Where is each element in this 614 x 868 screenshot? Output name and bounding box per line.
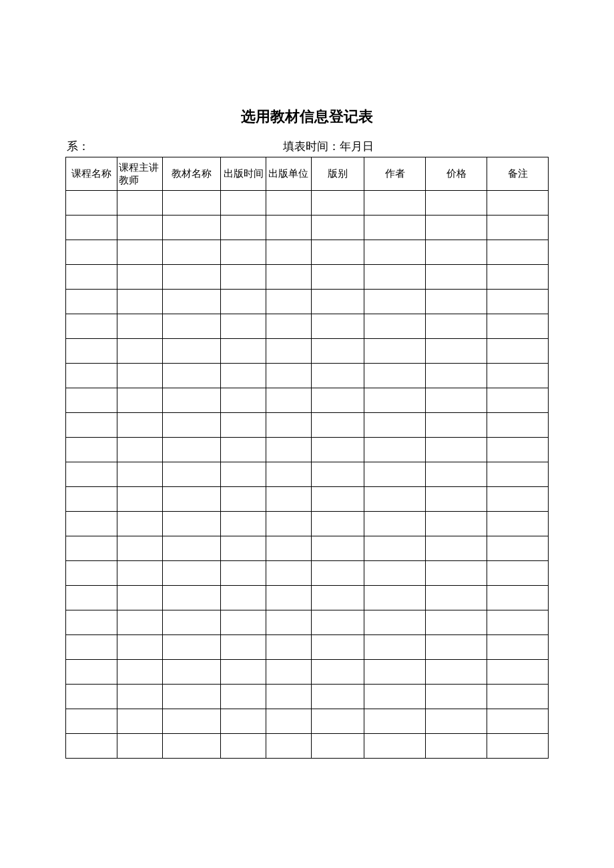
table-cell <box>266 290 312 314</box>
table-cell <box>66 660 117 685</box>
table-cell <box>66 734 117 759</box>
table-cell <box>117 240 163 265</box>
table-cell <box>66 290 117 314</box>
table-cell <box>311 240 364 265</box>
table-cell <box>163 388 221 413</box>
table-cell <box>487 438 549 462</box>
table-cell <box>487 339 549 364</box>
table-cell <box>221 462 266 487</box>
table-cell <box>66 561 117 586</box>
table-cell <box>311 734 364 759</box>
table-cell <box>364 709 426 734</box>
table-cell <box>117 339 163 364</box>
table-cell <box>163 610 221 635</box>
table-cell <box>266 685 312 709</box>
table-cell <box>311 462 364 487</box>
table-cell <box>364 191 426 215</box>
table-cell <box>364 364 426 388</box>
table-cell <box>266 413 312 438</box>
table-row <box>66 388 549 413</box>
table-cell <box>117 512 163 536</box>
table-cell <box>487 462 549 487</box>
table-cell <box>311 685 364 709</box>
table-cell <box>266 635 312 660</box>
table-cell <box>266 240 312 265</box>
table-row <box>66 413 549 438</box>
table-row <box>66 487 549 512</box>
meta-row: 系： 填表时间：年月日 <box>65 139 549 154</box>
table-cell <box>266 734 312 759</box>
table-cell <box>364 512 426 536</box>
table-cell <box>117 561 163 586</box>
table-cell <box>266 388 312 413</box>
table-row <box>66 635 549 660</box>
table-cell <box>66 364 117 388</box>
table-cell <box>163 364 221 388</box>
table-cell <box>221 709 266 734</box>
page-title: 选用教材信息登记表 <box>65 107 549 127</box>
col-pub-date: 出版时间 <box>221 157 266 191</box>
table-cell <box>487 512 549 536</box>
table-cell <box>364 413 426 438</box>
table-cell <box>487 610 549 635</box>
table-cell <box>266 610 312 635</box>
table-cell <box>163 265 221 290</box>
table-cell <box>117 635 163 660</box>
table-cell <box>117 487 163 512</box>
table-cell <box>311 487 364 512</box>
table-cell <box>311 709 364 734</box>
table-cell <box>426 339 487 364</box>
table-cell <box>66 536 117 561</box>
table-cell <box>487 685 549 709</box>
table-cell <box>266 215 312 240</box>
table-cell <box>487 191 549 215</box>
table-cell <box>163 561 221 586</box>
table-cell <box>221 290 266 314</box>
col-remarks: 备注 <box>487 157 549 191</box>
table-cell <box>163 191 221 215</box>
col-edition: 版别 <box>311 157 364 191</box>
table-row <box>66 191 549 215</box>
table-cell <box>221 191 266 215</box>
table-cell <box>426 635 487 660</box>
table-cell <box>364 462 426 487</box>
table-cell <box>66 586 117 610</box>
textbook-table: 课程名称 课程主讲教师 教材名称 出版时间 出版单位 版别 作者 价格 备注 <box>65 157 549 759</box>
table-row <box>66 364 549 388</box>
table-header-row: 课程名称 课程主讲教师 教材名称 出版时间 出版单位 版别 作者 价格 备注 <box>66 157 549 191</box>
table-cell <box>266 265 312 290</box>
table-cell <box>487 709 549 734</box>
table-cell <box>266 364 312 388</box>
table-cell <box>426 709 487 734</box>
table-cell <box>66 685 117 709</box>
table-cell <box>266 709 312 734</box>
table-cell <box>364 685 426 709</box>
table-row <box>66 660 549 685</box>
table-cell <box>66 512 117 536</box>
table-cell <box>163 339 221 364</box>
table-cell <box>426 512 487 536</box>
table-cell <box>311 215 364 240</box>
table-cell <box>163 660 221 685</box>
table-cell <box>266 512 312 536</box>
fill-time-label: 填表时间：年月日 <box>283 139 374 154</box>
table-cell <box>221 685 266 709</box>
table-cell <box>364 388 426 413</box>
table-cell <box>163 462 221 487</box>
table-cell <box>163 215 221 240</box>
table-cell <box>426 290 487 314</box>
table-cell <box>117 610 163 635</box>
table-cell <box>163 314 221 339</box>
table-cell <box>221 734 266 759</box>
table-cell <box>487 215 549 240</box>
table-cell <box>163 512 221 536</box>
table-cell <box>364 734 426 759</box>
table-cell <box>221 413 266 438</box>
table-cell <box>266 487 312 512</box>
table-cell <box>311 635 364 660</box>
table-cell <box>426 561 487 586</box>
table-cell <box>364 339 426 364</box>
table-cell <box>426 191 487 215</box>
table-row <box>66 561 549 586</box>
table-cell <box>221 635 266 660</box>
